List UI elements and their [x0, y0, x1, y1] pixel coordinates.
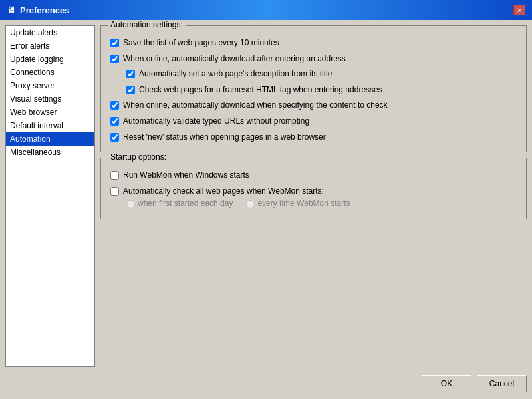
radio-item-r2: every time WebMon starts	[246, 199, 350, 209]
sidebar-item[interactable]: Connections	[6, 66, 94, 79]
checkbox-label-cb2[interactable]: When online, automatically download afte…	[123, 54, 346, 65]
dialog-content: Update alertsError alertsUpdate loggingC…	[5, 25, 527, 367]
dialog-body: Update alertsError alertsUpdate loggingC…	[0, 20, 532, 399]
dialog-footer: OK Cancel	[5, 372, 527, 394]
checkbox-label-cb6[interactable]: Automatically validate typed URLs withou…	[123, 116, 309, 127]
checkbox-label-cb7[interactable]: Reset 'new' status when opening pages in…	[123, 132, 326, 143]
title-bar: 🖥 Preferences ✕	[0, 0, 532, 20]
radio-label-r1[interactable]: when first started each day	[138, 199, 233, 209]
radio-label-r2[interactable]: every time WebMon starts	[257, 199, 350, 209]
close-button[interactable]: ✕	[513, 5, 525, 15]
startup-radio-group: when first started each dayevery time We…	[126, 199, 517, 209]
sidebar-item[interactable]: Proxy server	[6, 79, 94, 92]
checkbox-row: Reset 'new' status when opening pages in…	[110, 132, 517, 143]
startup-checkbox-label-su1[interactable]: Run WebMon when Windows starts	[123, 170, 249, 181]
cancel-button[interactable]: Cancel	[477, 375, 527, 392]
checkbox-row: Automatically set a web page's descripti…	[126, 69, 517, 80]
checkbox-cb4[interactable]	[126, 86, 135, 94]
sidebar-item[interactable]: Error alerts	[6, 39, 94, 53]
main-panel: Automation settings: Save the list of we…	[100, 25, 527, 367]
sidebar-item[interactable]: Miscellaneous	[6, 146, 94, 159]
automation-settings-legend: Automation settings:	[108, 20, 186, 29]
checkbox-row: Check web pages for a frameset HTML tag …	[126, 85, 517, 96]
automation-settings-group: Automation settings: Save the list of we…	[100, 25, 527, 152]
checkbox-cb5[interactable]	[110, 101, 119, 110]
title-bar-text: 🖥 Preferences	[7, 5, 69, 15]
sidebar-item[interactable]: Visual settings	[6, 92, 94, 106]
checkbox-row: Automatically validate typed URLs withou…	[110, 116, 517, 127]
radio-item-r1: when first started each day	[126, 199, 233, 209]
startup-checkbox-su1[interactable]	[110, 171, 119, 180]
checkbox-cb3[interactable]	[126, 70, 135, 78]
startup-checkbox-row: Automatically check all web pages when W…	[110, 186, 517, 197]
checkbox-cb2[interactable]	[110, 55, 119, 63]
sidebar-item[interactable]: Default interval	[6, 119, 94, 132]
checkbox-row: When online, automatically download afte…	[110, 54, 517, 65]
checkbox-label-cb5[interactable]: When online, automatically download when…	[123, 100, 388, 111]
sidebar-item[interactable]: Update logging	[6, 53, 94, 66]
title-label: Preferences	[20, 5, 69, 15]
ok-button[interactable]: OK	[422, 375, 471, 392]
checkbox-cb1[interactable]	[110, 39, 119, 47]
startup-checkbox-row: Run WebMon when Windows starts	[110, 170, 517, 181]
radio-r2[interactable]	[246, 200, 255, 209]
radio-r1[interactable]	[126, 200, 135, 209]
startup-options-group: Startup options: Run WebMon when Windows…	[100, 158, 527, 219]
sidebar-item[interactable]: Update alerts	[6, 26, 94, 39]
checkbox-row: Save the list of web pages every 10 minu…	[110, 38, 517, 49]
checkbox-label-cb1[interactable]: Save the list of web pages every 10 minu…	[123, 38, 279, 49]
checkbox-cb6[interactable]	[110, 117, 119, 126]
title-bar-buttons: ✕	[513, 5, 525, 15]
sidebar: Update alertsError alertsUpdate loggingC…	[5, 25, 95, 367]
app-icon: 🖥	[7, 5, 16, 15]
sidebar-item[interactable]: Web browser	[6, 106, 94, 119]
startup-checkbox-label-su2[interactable]: Automatically check all web pages when W…	[123, 186, 324, 197]
checkbox-cb7[interactable]	[110, 133, 119, 142]
startup-options-legend: Startup options:	[108, 152, 169, 162]
sidebar-item[interactable]: Automation	[6, 132, 94, 146]
checkbox-label-cb3[interactable]: Automatically set a web page's descripti…	[139, 69, 332, 80]
checkbox-row: When online, automatically download when…	[110, 100, 517, 111]
checkbox-label-cb4[interactable]: Check web pages for a frameset HTML tag …	[139, 85, 382, 96]
startup-checkbox-su2[interactable]	[110, 187, 119, 196]
